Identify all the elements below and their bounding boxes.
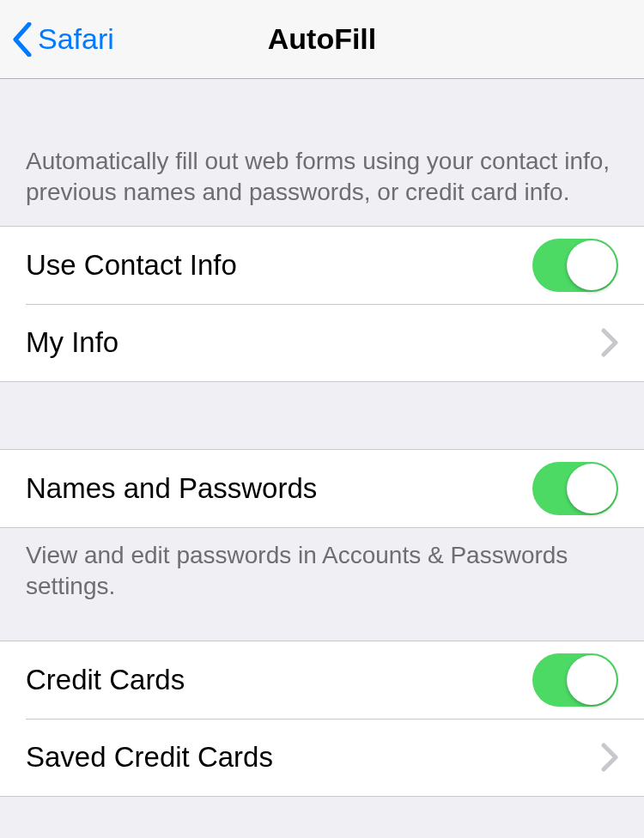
names-passwords-label: Names and Passwords — [26, 472, 532, 505]
toggle-knob — [567, 655, 617, 705]
my-info-label: My Info — [26, 326, 601, 359]
credit-cards-toggle[interactable] — [532, 653, 618, 707]
toggle-knob — [567, 240, 617, 290]
section-intro-text: Automatically fill out web forms using y… — [0, 79, 644, 226]
navbar: Safari AutoFill — [0, 0, 644, 79]
chevron-left-icon — [12, 22, 33, 57]
names-passwords-toggle[interactable] — [532, 462, 618, 515]
chevron-right-icon — [601, 328, 618, 357]
passwords-footer-text: View and edit passwords in Accounts & Pa… — [0, 528, 644, 641]
saved-credit-cards-row[interactable]: Saved Credit Cards — [0, 719, 644, 796]
contact-info-group: Use Contact Info My Info — [0, 226, 644, 382]
credit-cards-row: Credit Cards — [0, 641, 644, 719]
saved-credit-cards-label: Saved Credit Cards — [26, 741, 601, 774]
back-button-label: Safari — [38, 22, 114, 56]
use-contact-info-row: Use Contact Info — [0, 227, 644, 304]
use-contact-info-label: Use Contact Info — [26, 249, 532, 282]
page-title: AutoFill — [268, 22, 377, 56]
toggle-knob — [567, 464, 617, 513]
back-button[interactable]: Safari — [0, 22, 114, 57]
credit-cards-group: Credit Cards Saved Credit Cards — [0, 641, 644, 797]
section-gap — [0, 382, 644, 449]
chevron-right-icon — [601, 743, 618, 772]
credit-cards-label: Credit Cards — [26, 664, 532, 696]
passwords-group: Names and Passwords — [0, 449, 644, 528]
my-info-row[interactable]: My Info — [0, 304, 644, 381]
names-passwords-row: Names and Passwords — [0, 450, 644, 527]
use-contact-info-toggle[interactable] — [532, 239, 618, 292]
